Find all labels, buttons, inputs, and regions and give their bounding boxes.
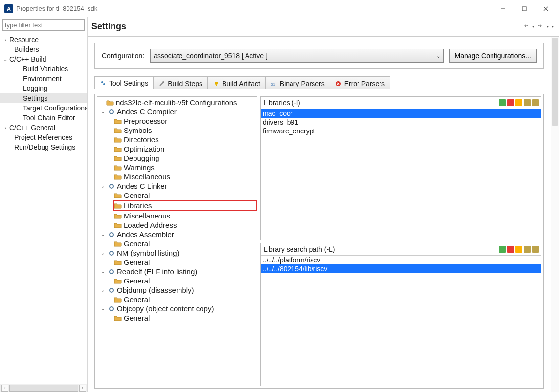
nav-rundebug[interactable]: Run/Debug Settings [0, 142, 87, 152]
tt-readelf[interactable]: ⌄Readelf (ELF info listing) [97, 267, 257, 276]
nav-resource[interactable]: ›Resource [0, 35, 87, 44]
move-path-down-button[interactable] [532, 246, 539, 253]
trophy-icon [213, 80, 220, 87]
tab-build-artifact[interactable]: Build Artifact [207, 76, 266, 89]
move-library-up-button[interactable] [524, 99, 531, 106]
tt-optimization[interactable]: Optimization [97, 144, 257, 153]
nav-environment[interactable]: Environment [0, 74, 87, 84]
tab-build-steps[interactable]: Build Steps [153, 76, 208, 89]
back-button[interactable] [521, 22, 530, 31]
binary-icon: 01 [270, 80, 277, 87]
tab-binary-parsers[interactable]: 01 Binary Parsers [265, 76, 330, 89]
nav-target-config[interactable]: Target Configurations [0, 103, 87, 113]
nav-c-build[interactable]: ⌄C/C++ Build [0, 54, 87, 64]
libpath-row[interactable]: ../../../802154/lib/riscv [261, 264, 541, 273]
tt-objcopy-general[interactable]: General [97, 313, 257, 323]
forward-button[interactable] [536, 22, 545, 31]
add-library-button[interactable] [499, 99, 506, 106]
tt-andes-assembler[interactable]: ⌄Andes Assembler [97, 230, 257, 239]
nav-settings[interactable]: Settings [0, 93, 87, 103]
tt-loaded-address[interactable]: Loaded Address [97, 220, 257, 230]
tt-andes-c-compiler[interactable]: ⌄Andes C Compiler [97, 107, 257, 116]
tt-symbols[interactable]: Symbols [97, 126, 257, 135]
library-row[interactable]: drivers_b91 [261, 118, 541, 127]
tt-objdump-general[interactable]: General [97, 295, 257, 304]
nav-build-vars[interactable]: Build Variables [0, 64, 87, 74]
scroll-right-button[interactable]: › [79, 385, 86, 392]
remove-library-button[interactable] [507, 99, 514, 106]
libraries-list[interactable]: mac_coor drivers_b91 firmware_encrypt [261, 109, 541, 240]
move-path-up-button[interactable] [524, 246, 531, 253]
tt-objcopy[interactable]: ⌄Objcopy (object content copy) [97, 304, 257, 313]
scroll-left-button[interactable]: ‹ [1, 385, 8, 392]
tt-objdump[interactable]: ⌄Objdump (disassembly) [97, 285, 257, 295]
nav-c-general[interactable]: ›C/C++ General [0, 123, 87, 132]
nav-label: Project References [14, 133, 72, 141]
tab-tool-settings[interactable]: Tool Settings [94, 76, 154, 89]
content-header: Settings ▾ ▾ ▾ [88, 17, 559, 37]
tt-preprocessor[interactable]: Preprocessor [97, 116, 257, 126]
tool-tree[interactable]: nds32le-elf-mculib-v5f Configurations ⌄A… [97, 96, 257, 386]
error-icon [335, 80, 342, 87]
remove-path-button[interactable] [507, 246, 514, 253]
nav-toolchain-editor[interactable]: Tool Chain Editor [0, 113, 87, 123]
gear-icon [108, 250, 115, 257]
tt-linker-general[interactable]: General [97, 191, 257, 200]
svg-point-1 [101, 81, 103, 83]
tt-nm-general[interactable]: General [97, 258, 257, 267]
tt-assembler-general[interactable]: General [97, 239, 257, 248]
tt-readelf-general[interactable]: General [97, 276, 257, 285]
tab-error-parsers[interactable]: Error Parsers [330, 76, 390, 89]
filter-input[interactable] [2, 19, 85, 31]
close-button[interactable] [535, 1, 557, 16]
scroll-thumb[interactable] [9, 385, 78, 392]
nav-label: Environment [23, 75, 62, 83]
folder-icon [106, 99, 114, 107]
add-path-button[interactable] [499, 246, 506, 253]
configuration-select[interactable]: associate_coordinator_9518 [ Active ] ⌄ [150, 49, 443, 63]
nav-builders[interactable]: Builders [0, 44, 87, 54]
gear-icon [108, 231, 115, 238]
libpath-list[interactable]: ../../../platform/riscv ../../../802154/… [261, 256, 541, 386]
tt-andes-c-linker[interactable]: ⌄Andes C Linker [97, 181, 257, 191]
scroll-thumb[interactable] [552, 38, 558, 126]
maximize-button[interactable] [514, 1, 535, 16]
tab-label: Tool Settings [109, 79, 148, 87]
forward-dropdown[interactable]: ▾ [546, 24, 550, 29]
gear-icon [108, 287, 115, 294]
svg-point-12 [110, 288, 113, 292]
view-menu-dropdown[interactable]: ▾ [551, 24, 555, 29]
tt-nds-config[interactable]: nds32le-elf-mculib-v5f Configurations [97, 98, 257, 107]
tt-warnings[interactable]: Warnings [97, 163, 257, 172]
tt-directories[interactable]: Directories [97, 135, 257, 144]
sidebar-horizontal-scrollbar[interactable]: ‹ › [0, 384, 87, 392]
library-row[interactable]: firmware_encrypt [261, 127, 541, 135]
folder-icon [114, 145, 122, 153]
nav-proj-refs[interactable]: Project References [0, 132, 87, 142]
history-nav: ▾ ▾ ▾ [521, 22, 555, 31]
nav-label: Resource [9, 36, 39, 44]
edit-library-button[interactable] [515, 99, 522, 106]
tt-libraries-selected[interactable]: Libraries [113, 200, 257, 211]
manage-configurations-button[interactable]: Manage Configurations... [449, 49, 537, 63]
edit-path-button[interactable] [515, 246, 522, 253]
sidebar: ›Resource Builders ⌄C/C++ Build Build Va… [0, 17, 88, 392]
libpath-row[interactable]: ../../../platform/riscv [261, 256, 541, 264]
move-library-down-button[interactable] [532, 99, 539, 106]
nav-logging[interactable]: Logging [0, 84, 87, 93]
content-vertical-scrollbar[interactable] [551, 37, 559, 392]
minimize-button[interactable] [492, 1, 514, 16]
tt-debugging[interactable]: Debugging [97, 153, 257, 163]
library-row[interactable]: mac_coor [261, 109, 541, 118]
svg-point-3 [162, 81, 164, 83]
nav-label: Build Variables [23, 65, 68, 73]
svg-point-2 [103, 83, 105, 85]
back-dropdown[interactable]: ▾ [531, 24, 535, 29]
folder-icon [114, 296, 122, 304]
library-panels: Libraries (-l) mac_coor drivers [260, 96, 541, 386]
tt-miscellaneous-linker[interactable]: Miscellaneous [97, 211, 257, 220]
tt-miscellaneous-compiler[interactable]: Miscellaneous [97, 172, 257, 181]
title-bar: A Properties for tl_802154_sdk [0, 0, 559, 17]
folder-icon [114, 164, 122, 172]
tt-nm[interactable]: ⌄NM (symbol listing) [97, 248, 257, 258]
